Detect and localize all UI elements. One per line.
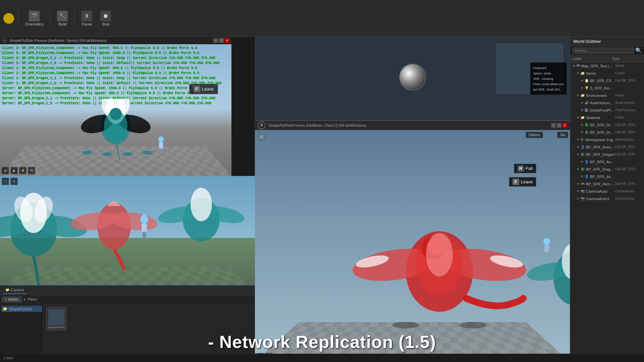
outliner-item[interactable]: 👁👤BP_SFR_AnimeHero_Ex... <box>571 158 644 166</box>
visibility-icon[interactable]: 👁 <box>577 116 580 119</box>
visibility-icon[interactable]: 👁 <box>581 175 584 178</box>
outliner-item-name: BP_SFR_DragonSpawn <box>590 123 615 127</box>
vp-ctrl-4[interactable]: 📷 <box>28 167 35 174</box>
outliner-item-type: Folder <box>615 116 642 119</box>
visibility-icon[interactable]: 👁 <box>577 94 580 97</box>
outliner-item[interactable]: 👁📁DemoFolder <box>571 70 644 77</box>
content-tab[interactable]: 📁 Content <box>3 287 26 294</box>
visibility-icon[interactable]: 👁 <box>577 138 580 141</box>
visibility-icon[interactable]: 👁 <box>581 86 584 90</box>
outliner-item-type: World <box>615 64 642 68</box>
outliner-item-name: GlobalPostProcessVolu <box>589 108 615 112</box>
visibility-icon[interactable]: 👁 <box>577 182 580 186</box>
outliner-item[interactable]: 👁🌫Atmospheric FogAtmospheric... <box>571 136 644 143</box>
client1-ctrl-2[interactable]: ✕ <box>10 178 18 185</box>
visibility-icon[interactable]: 👁 <box>577 197 580 200</box>
visibility-icon[interactable]: 👁 <box>581 79 584 82</box>
outliner-item[interactable]: 👁📋BP_SFR_FXManagerEdit BP_SFR... <box>571 77 644 84</box>
debug-line: Client 2: BP_SFR_Dragon_C_0 -> PrevState… <box>2 60 230 65</box>
svg-point-16 <box>158 136 164 142</box>
outliner-item-name: BP_SFR_DragonSpawn <box>590 130 615 134</box>
outliner-item-type: PostProcessy... <box>615 108 642 112</box>
stop-button[interactable]: ⏹ Stop <box>98 9 114 27</box>
outliner-item[interactable]: 👁📁EnvironmentFolder <box>571 92 644 99</box>
cinematics-button[interactable]: 🎬 Cinematics <box>22 9 46 27</box>
outliner-item-name: Spawner <box>586 116 615 120</box>
f-key-client2: F <box>513 179 519 185</box>
outliner-item[interactable]: 👁👤BP_SFR_AnimeHero_ExamEdit BP_SFR... <box>571 143 644 151</box>
outliner-item[interactable]: 👁🖼GlobalPostProcessVoluPostProcessy... <box>571 107 644 114</box>
filters-icon: ▼ <box>23 298 26 301</box>
client2-maximize[interactable]: □ <box>557 123 561 128</box>
build-icon: 🔨 <box>57 11 68 21</box>
outliner-item[interactable]: 👁📁SpawnerFolder <box>571 114 644 121</box>
outliner-item-name: CameraActor1 <box>586 197 615 201</box>
svg-point-14 <box>122 152 132 156</box>
svg-point-45 <box>426 233 453 277</box>
build-button[interactable]: 🔨 Build <box>54 9 70 27</box>
outliner-item-type: Folder <box>615 94 642 97</box>
visibility-icon[interactable]: 👁 <box>581 123 584 127</box>
options-button[interactable]: Options <box>526 132 543 138</box>
visibility-icon[interactable]: 👁 <box>577 153 580 156</box>
visibility-icon[interactable]: 👁 <box>581 131 584 134</box>
add-import-button[interactable]: + Add/Im <box>2 297 22 302</box>
outliner-item-name: BP_SFR_Hero Controller <box>586 182 615 186</box>
visibility-icon[interactable]: 👁 <box>577 190 580 193</box>
maximize-btn[interactable]: □ <box>219 38 224 43</box>
outliner-item-type: Edit BP_SFR... <box>615 153 642 156</box>
viewport-server[interactable]: UE SimpleFlyRide Preview [NetMode: Serve… <box>0 37 231 176</box>
close-btn[interactable]: ✕ <box>225 38 229 43</box>
outliner-item-icon: 📷 <box>581 197 585 200</box>
pause-button[interactable]: ⏸ Pause <box>79 9 95 27</box>
client1-ctrl-1[interactable]: □ <box>2 178 9 185</box>
vp-ctrl-2[interactable]: ▶ <box>10 167 18 174</box>
r-fall-button[interactable]: R Fall <box>514 164 536 173</box>
vp-ctrl-1[interactable]: ⊞ <box>2 167 9 174</box>
outliner-item-icon: 🌫 <box>581 138 584 141</box>
filters-label[interactable]: Filters <box>28 298 37 301</box>
visibility-icon[interactable]: 👁 <box>581 160 584 164</box>
set-button[interactable]: Set <box>557 132 568 138</box>
minimize-btn[interactable]: ─ <box>213 38 218 43</box>
svg-rect-31 <box>143 232 144 239</box>
debug-line: Client 1: BP_SFR_FlySystem_Component -> … <box>2 65 230 70</box>
outliner-item[interactable]: 👁🐉BP_SFR_DragonSpawnEdit BP_SFR... <box>571 129 644 136</box>
outliner-item[interactable]: 👁🗺Map_SFR_Test (Client 1)World <box>571 62 644 70</box>
content-asset-item[interactable]: SimpleFlyRide <box>46 307 66 330</box>
visibility-icon[interactable]: 👁 <box>577 145 580 149</box>
outliner-item[interactable]: 👁🎮BP_SFR_Hero ControllerEdit BP_SFR... <box>571 180 644 188</box>
outliner-item-name: CameraActor <box>586 189 615 193</box>
visibility-icon[interactable]: 👁 <box>581 101 584 105</box>
outliner-item[interactable]: 👁🐉BP_SFR_DragonEdit BP_SFR... <box>571 151 644 158</box>
outliner-item[interactable]: 👁🐉BP_SFR_DragonSpawnEdit BP_SFR... <box>571 121 644 129</box>
f-leave-button-client2[interactable]: F Leave <box>509 177 536 187</box>
client2-titlebar-controls: ─ □ ✕ <box>551 123 567 128</box>
outliner-item[interactable]: 👁🔊AudioVolume_ReverbAudioVolume <box>571 99 644 107</box>
viewport-client1[interactable]: □ ✕ <box>0 176 255 292</box>
viewport-center-top[interactable]: Keyboard: Space: Jump Shift - Jumping Pr… <box>255 37 570 121</box>
outliner-item[interactable]: 👁💡S_SFR_AmbiantLightW... <box>571 84 644 92</box>
outliner-item-name: Map_SFR_Test (Client 1) <box>581 64 615 68</box>
visibility-icon[interactable]: 👁 <box>581 109 584 112</box>
outliner-item-icon: 📁 <box>581 94 585 97</box>
client2-viewport[interactable]: Options Set R Fall F Leave <box>255 130 570 362</box>
visibility-icon[interactable]: 👁 <box>577 72 580 75</box>
client2-minimize[interactable]: ─ <box>551 123 556 128</box>
client2-close[interactable]: ✕ <box>562 123 567 128</box>
visibility-icon[interactable]: 👁 <box>573 64 576 68</box>
outliner-item-icon: 📋 <box>585 79 589 82</box>
outliner-item[interactable]: 👁📷CameraActorCameraActor <box>571 188 644 195</box>
outliner-item[interactable]: 👁🐉BP_SFR_Dragon1Edit BP_SFR... <box>571 166 644 173</box>
client1-creatures <box>0 186 255 290</box>
svg-rect-17 <box>159 142 163 148</box>
content-folder-item[interactable]: 📁 SimpleFlyRide <box>1 306 42 312</box>
f-leave-button-server[interactable]: F Leave <box>189 84 218 94</box>
toolbar-separator-2 <box>50 8 50 28</box>
vp-ctrl-3[interactable]: ⚡ <box>19 167 26 174</box>
visibility-icon[interactable]: 👁 <box>577 168 580 171</box>
outliner-item[interactable]: 👁📷CameraActor1CameraActor <box>571 195 644 202</box>
outliner-search-input[interactable] <box>573 48 634 54</box>
server-viewport-titlebar: UE SimpleFlyRide Preview [NetMode: Serve… <box>0 37 231 44</box>
outliner-item[interactable]: 👁👤BP_SFR_AnimeHero_Ex... <box>571 173 644 180</box>
